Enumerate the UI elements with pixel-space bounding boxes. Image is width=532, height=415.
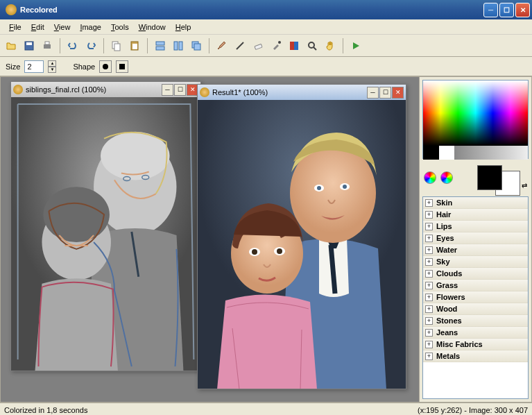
menu-edit[interactable]: Edit (26, 22, 49, 33)
app-icon (6, 4, 17, 15)
svg-point-15 (278, 41, 281, 44)
expand-icon[interactable]: + (425, 305, 433, 313)
svg-point-30 (317, 186, 321, 190)
swap-colors-icon[interactable]: ⇄ (522, 182, 527, 189)
category-item-skin[interactable]: +Skin (423, 197, 528, 209)
size-up-button[interactable]: ▲ (48, 60, 56, 67)
color-wheel-fg-icon[interactable] (424, 171, 436, 184)
category-label: Misc Fabrics (436, 340, 483, 348)
doc2-close-button[interactable]: ✕ (392, 87, 404, 99)
eraser-tool[interactable] (250, 37, 266, 54)
category-label: Wood (436, 305, 457, 313)
undo-button[interactable] (65, 37, 81, 54)
doc2-minimize-button[interactable]: ─ (367, 87, 379, 99)
cascade-button[interactable] (188, 37, 205, 54)
run-button[interactable] (347, 37, 364, 54)
doc1-titlebar[interactable]: siblings_final.rcl (100%) ─ ☐ ✕ (11, 82, 200, 97)
eyedropper-tool[interactable] (268, 37, 284, 54)
menu-tools[interactable]: Tools (106, 22, 134, 33)
category-item-metals[interactable]: +Metals (423, 350, 528, 362)
svg-point-32 (343, 185, 347, 189)
doc2-maximize-button[interactable]: ☐ (379, 87, 391, 99)
category-item-wood[interactable]: +Wood (423, 303, 528, 315)
category-item-water[interactable]: +Water (423, 244, 528, 256)
expand-icon[interactable]: + (425, 317, 433, 325)
expand-icon[interactable]: + (425, 246, 433, 254)
size-stepper[interactable]: ▲ ▼ (48, 60, 56, 73)
maximize-button[interactable]: ☐ (499, 3, 514, 17)
expand-icon[interactable]: + (425, 329, 433, 337)
menu-image[interactable]: Image (75, 22, 106, 33)
svg-rect-8 (156, 42, 164, 45)
hand-tool[interactable] (322, 37, 338, 54)
copy-button[interactable] (108, 37, 125, 54)
document-window-result[interactable]: Result1* (100%) ─ ☐ ✕ (197, 84, 406, 389)
category-item-lips[interactable]: +Lips (423, 221, 528, 232)
svg-rect-17 (294, 42, 298, 50)
menubar: File Edit View Image Tools Window Help (0, 19, 532, 35)
main-toolbar (0, 35, 532, 57)
category-label: Metals (436, 352, 460, 360)
redo-button[interactable] (83, 37, 99, 54)
menu-help[interactable]: Help (171, 22, 196, 33)
expand-icon[interactable]: + (425, 258, 433, 266)
svg-rect-10 (174, 42, 178, 50)
expand-icon[interactable]: + (425, 341, 433, 348)
close-button[interactable]: ✕ (515, 3, 530, 17)
color-picker[interactable] (422, 80, 529, 159)
shape-circle-button[interactable] (99, 60, 112, 73)
svg-point-35 (252, 249, 257, 255)
size-input[interactable] (24, 60, 44, 73)
category-item-misc-fabrics[interactable]: +Misc Fabrics (423, 339, 528, 350)
colorize-button[interactable] (286, 37, 302, 54)
category-item-eyes[interactable]: +Eyes (423, 232, 528, 244)
expand-icon[interactable]: + (425, 235, 433, 242)
expand-icon[interactable]: + (425, 223, 433, 230)
doc1-canvas[interactable] (11, 97, 200, 371)
doc1-maximize-button[interactable]: ☐ (174, 84, 186, 96)
doc1-minimize-button[interactable]: ─ (162, 84, 173, 96)
expand-icon[interactable]: + (425, 199, 433, 207)
expand-icon[interactable]: + (425, 282, 433, 289)
save-button[interactable] (21, 37, 37, 54)
size-down-button[interactable]: ▼ (48, 67, 56, 73)
svg-rect-2 (44, 44, 51, 49)
canvas-area: siblings_final.rcl (100%) ─ ☐ ✕ (0, 76, 420, 403)
category-item-clouds[interactable]: +Clouds (423, 268, 528, 280)
minimize-button[interactable]: ─ (483, 3, 498, 17)
category-item-stones[interactable]: +Stones (423, 315, 528, 327)
swatch-row: ⇄ (422, 162, 529, 194)
line-tool[interactable] (232, 37, 248, 54)
expand-icon[interactable]: + (425, 294, 433, 301)
menu-view[interactable]: View (49, 22, 76, 33)
grayscale-strip[interactable] (423, 146, 528, 160)
doc-icon (200, 87, 209, 97)
category-item-jeans[interactable]: +Jeans (423, 327, 528, 339)
document-window-source[interactable]: siblings_final.rcl (100%) ─ ☐ ✕ (10, 81, 201, 371)
category-item-sky[interactable]: +Sky (423, 256, 528, 268)
window-titlebar: Recolored ─ ☐ ✕ (0, 0, 532, 19)
menu-file[interactable]: File (4, 22, 26, 33)
zoom-tool[interactable] (304, 37, 320, 54)
expand-icon[interactable]: + (425, 211, 433, 219)
brush-tool[interactable] (214, 37, 230, 54)
foreground-swatch[interactable] (477, 165, 502, 190)
category-item-hair[interactable]: +Hair (423, 209, 528, 221)
tile-horizontal-button[interactable] (152, 37, 169, 54)
print-button[interactable] (39, 37, 55, 54)
paste-button[interactable] (126, 37, 143, 54)
color-wheel-bg-icon[interactable] (440, 171, 453, 184)
doc2-canvas[interactable] (198, 100, 406, 389)
expand-icon[interactable]: + (425, 353, 433, 360)
category-item-flowers[interactable]: +Flowers (423, 291, 528, 303)
doc2-titlebar[interactable]: Result1* (100%) ─ ☐ ✕ (198, 85, 406, 100)
svg-rect-16 (290, 42, 294, 50)
shape-square-button[interactable] (116, 60, 128, 73)
color-spectrum[interactable] (423, 81, 528, 146)
expand-icon[interactable]: + (425, 270, 433, 278)
svg-point-37 (277, 248, 282, 254)
tile-vertical-button[interactable] (170, 37, 187, 54)
category-item-grass[interactable]: +Grass (423, 280, 528, 291)
open-button[interactable] (3, 37, 19, 54)
menu-window[interactable]: Window (134, 22, 171, 33)
